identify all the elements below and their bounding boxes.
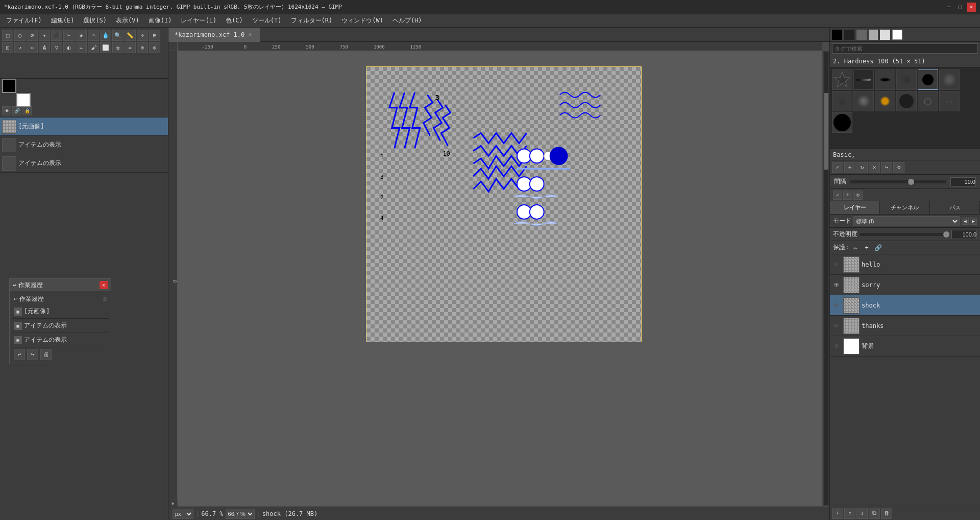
history-entry-2[interactable]: ▣ アイテムの表示 — [12, 333, 109, 347]
lock-alpha-icon[interactable]: 🔗 — [873, 243, 883, 252]
mode-prev-button[interactable]: ◀ — [962, 218, 969, 225]
layer-row-thanks[interactable]: 👁 thanks — [830, 316, 980, 336]
canvas-tab-close[interactable]: × — [247, 31, 254, 38]
menu-window[interactable]: ウィンドウ(W) — [337, 15, 387, 26]
menu-color[interactable]: 色(C) — [222, 15, 247, 26]
layer-duplicate-button[interactable]: ⧉ — [869, 508, 880, 519]
layer-row-sorry[interactable]: 👁 sorry — [830, 275, 980, 295]
tab-layers[interactable]: レイヤー — [830, 201, 880, 214]
tool-move[interactable]: ✛ — [137, 30, 148, 41]
layer-eye-sorry[interactable]: 👁 — [832, 280, 841, 290]
left-layer-item-2[interactable]: アイテムの表示 — [0, 154, 168, 173]
brush-ctrl-check[interactable]: ✓ — [832, 162, 843, 173]
brush-item-3[interactable] — [939, 69, 960, 90]
brush-item-2[interactable] — [896, 69, 917, 90]
color-pair[interactable] — [2, 79, 28, 104]
brush-item-1[interactable] — [875, 69, 895, 90]
tool-foreground-select[interactable]: ◈ — [76, 30, 87, 41]
tool-pencil[interactable]: ✏ — [76, 42, 87, 53]
layer-eye-shock[interactable]: 👁 — [832, 301, 841, 310]
layer-eye-background[interactable]: 👁 — [832, 342, 841, 351]
canvas-scroll[interactable]: 3 10 — [178, 51, 829, 506]
panel-icon-eye[interactable]: 👁 — [2, 106, 11, 115]
menu-tool[interactable]: ツール(T) — [248, 15, 286, 26]
brush-item-star[interactable] — [832, 69, 852, 90]
tool-paintbucket[interactable]: ▽ — [51, 42, 62, 53]
spacing-track[interactable] — [850, 180, 946, 183]
menu-filter[interactable]: フィルター(R) — [287, 15, 337, 26]
menu-view[interactable]: 表示(V) — [112, 15, 143, 26]
tool-free-select[interactable]: ⌀ — [27, 30, 38, 41]
canvas-tab-main[interactable]: *kazarimono.xcf-1.0 × — [168, 28, 260, 42]
tool-text[interactable]: A — [39, 42, 50, 53]
foreground-color[interactable] — [2, 79, 16, 93]
brush-swatch-light[interactable] — [869, 30, 878, 40]
layer-lower-button[interactable]: ↓ — [856, 508, 868, 519]
history-redo-button[interactable]: ↪ — [27, 349, 38, 360]
maximize-button[interactable]: □ — [955, 3, 965, 12]
history-undo-button[interactable]: ↩ — [14, 349, 25, 360]
layer-eye-hello[interactable]: 👁 — [832, 260, 841, 269]
brush-ctrl-delete[interactable]: ✕ — [869, 162, 880, 173]
layer-row-shock[interactable]: 👁 shock — [830, 295, 980, 316]
tool-blend[interactable]: ◐ — [63, 42, 75, 53]
menu-select[interactable]: 選択(S) — [79, 15, 111, 26]
brush-item-hardness100[interactable] — [918, 69, 938, 90]
left-layer-item-original[interactable]: [元画像] — [0, 117, 168, 136]
brush-ctrl-settings[interactable]: ⚙ — [893, 162, 904, 173]
tool-eraser[interactable]: ⬜ — [100, 42, 111, 53]
brush-item-0[interactable] — [853, 69, 874, 90]
brush-swatch-medium[interactable] — [856, 30, 867, 40]
brush-ctrl-add[interactable]: + — [844, 162, 855, 173]
tool-zoom[interactable]: 🔍 — [112, 30, 124, 41]
layer-eye-thanks[interactable]: 👁 — [832, 321, 841, 330]
opacity-track[interactable] — [860, 233, 949, 236]
tool-transform[interactable]: ↗ — [14, 42, 26, 53]
brush-extra-0[interactable]: ✓ — [833, 191, 842, 200]
brush-item-5[interactable] — [853, 91, 874, 111]
vertical-scrollbar[interactable] — [822, 51, 829, 506]
history-entry-1[interactable]: ▣ アイテムの表示 — [12, 319, 109, 333]
brush-item-7[interactable]: ⬡ — [918, 91, 938, 111]
brush-ctrl-refresh[interactable]: ↻ — [856, 162, 868, 173]
layer-row-hello[interactable]: 👁 hello — [830, 254, 980, 275]
tool-crop[interactable]: ⊡ — [2, 42, 13, 53]
tool-airbrush[interactable]: ✿ — [112, 42, 124, 53]
tool-ellipse-select[interactable]: ○ — [14, 30, 26, 41]
tool-paintbrush[interactable]: 🖌 — [88, 42, 99, 53]
lock-move-icon[interactable]: + — [862, 243, 871, 252]
menu-help[interactable]: ヘルプ(H) — [388, 15, 426, 26]
tool-flip[interactable]: ⇔ — [27, 42, 38, 53]
history-print-button[interactable]: 🖨 — [40, 349, 52, 360]
brush-ctrl-redo[interactable]: ↪ — [881, 162, 892, 173]
brush-item-large-black[interactable] — [832, 112, 852, 133]
brush-item-6[interactable] — [896, 91, 917, 111]
tool-select-by-color[interactable]: ⬛ — [51, 30, 62, 41]
panel-icon-lock[interactable]: 🔒 — [22, 106, 32, 115]
tool-scissors[interactable]: ✂ — [63, 30, 75, 41]
layer-new-button[interactable]: + — [832, 508, 843, 519]
vscrollbar-thumb[interactable] — [824, 93, 828, 170]
brush-extra-2[interactable]: ⊕ — [853, 191, 863, 200]
panel-icon-link[interactable]: 🔗 — [12, 106, 21, 115]
tool-clone[interactable]: ⊕ — [137, 42, 148, 53]
tool-fuzzy-select[interactable]: ✦ — [39, 30, 50, 41]
spacing-input[interactable] — [950, 177, 976, 186]
background-color[interactable] — [16, 93, 31, 107]
brush-item-4[interactable]: ✿ — [832, 91, 852, 111]
history-entry-original[interactable]: ▣ [元画像] — [12, 304, 109, 319]
unit-select[interactable]: px mm cm — [173, 509, 193, 519]
minimize-button[interactable]: ─ — [944, 3, 953, 12]
close-button[interactable]: ✕ — [967, 3, 976, 12]
layer-delete-button[interactable]: 🗑 — [881, 508, 892, 519]
brush-item-orange[interactable] — [875, 91, 895, 111]
layer-raise-button[interactable]: ↑ — [844, 508, 855, 519]
brush-swatch-black[interactable] — [832, 30, 842, 40]
opacity-input[interactable] — [951, 230, 977, 239]
tool-heal[interactable]: ⊗ — [149, 42, 160, 53]
tool-paths[interactable]: ⌒ — [88, 30, 99, 41]
tool-align[interactable]: ⊞ — [149, 30, 160, 41]
menu-layer[interactable]: レイヤー(L) — [177, 15, 220, 26]
layer-row-background[interactable]: 👁 背景 — [830, 336, 980, 357]
zoom-select[interactable]: 66.7 % 100 % 50 % — [226, 509, 255, 519]
